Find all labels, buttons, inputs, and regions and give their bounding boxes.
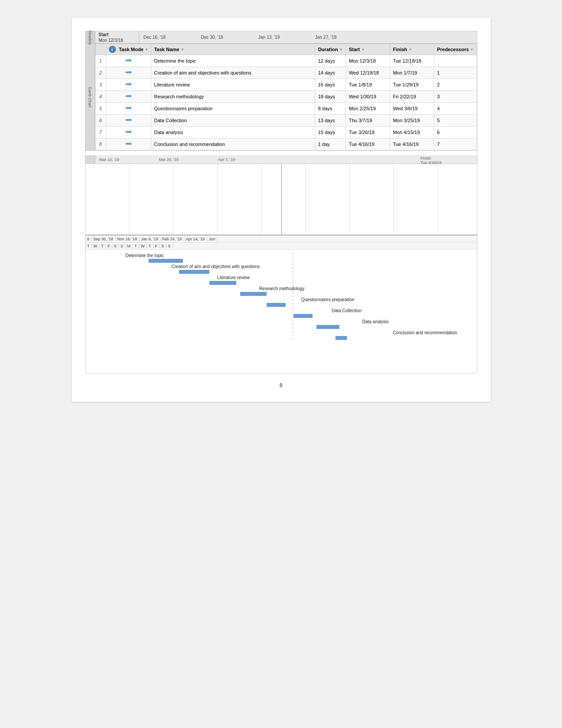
bar-block-3 [240,292,267,296]
gantt-table: i Task Mode ▼ Task Name ▼ [95,44,477,150]
row-num-1: 2 [95,67,106,79]
pred-4: 4 [434,103,476,115]
timeline-vertical-label: Timeline [86,31,95,43]
date-r1-2: Nov 18, '18 [115,237,139,241]
th-pred-label: Predecessors [437,47,469,52]
gantt-outer: Timeline Start Mon 12/3/18 Dec 16, '18 D… [85,31,477,373]
start-4: Mon 2/25/19 [346,103,390,115]
pred-0 [434,55,476,67]
gantt-chart-empty-area [86,164,477,235]
task-mode-icon-2 [106,79,151,91]
date-r2-12: S [166,244,173,248]
task-mode-icon-7 [106,138,151,150]
task-mode-icon-3 [106,91,151,103]
task-name-1: Creation of aim and objectives with ques… [151,67,315,79]
th-finish-label: Finish [393,47,407,52]
pred-5: 5 [434,115,476,127]
th-task-name[interactable]: Task Name ▼ [151,44,315,55]
sort-arrow-duration: ▼ [339,48,343,52]
date-r2-5: S [119,244,126,248]
table-row: 7Data analysis15 daysTue 3/26/19Mon 4/15… [95,127,476,138]
date-row-2: TWTFSSMTWTFSS [86,243,477,250]
bar-row-1: Creation of aim and objectives with ques… [95,264,477,275]
svg-marker-3 [130,71,132,74]
task-name-2: Literature review [151,79,315,91]
row-num-6: 7 [95,127,106,138]
th-start[interactable]: Start ▼ [346,44,390,55]
th-duration[interactable]: Duration ▼ [315,44,346,55]
date-r2-1: W [92,244,100,248]
bar-label-2: Literature review [217,275,250,280]
svg-marker-7 [130,94,132,98]
bar-label-0: Determine the topic [126,253,164,258]
finish-4: Wed 3/6/19 [390,103,434,115]
svg-marker-1 [130,59,132,62]
duration-6: 15 days [315,127,346,138]
th-finish[interactable]: Finish ▼ [390,44,434,55]
table-row: 3Literature review16 daysTue 1/8/19Tue 1… [95,79,476,91]
finish-label: Finish [421,156,431,161]
table-row: 1Determine the topic12 daysMon 12/3/18Tu… [95,55,476,67]
pred-3: 3 [434,91,476,103]
task-mode-icon-5 [106,115,151,127]
bar-label-1: Creation of aim and objectives with ques… [171,264,260,269]
bar-label-4: Questionnaires preparation [301,297,354,302]
th-task-name-label: Task Name [154,47,179,52]
date-r1-4: Feb 24, '19 [160,237,184,241]
table-row: 4Research methodology18 daysWed 1/30/19F… [95,91,476,103]
gantt-bottom-dates: 8 Sep 30, '18 Nov 18, '18 Jan 6, '19 Feb… [86,235,477,250]
page-num-text: 8 [279,382,283,388]
timeline-label-text: Timeline [88,30,92,45]
th-task-mode[interactable]: i Task Mode ▼ [106,44,151,55]
date-r2-8: W [139,244,147,248]
date-r1-6: Jun [207,237,218,241]
task-name-4: Questionnaires preparation [151,103,315,115]
bar-row-7: Conclusion and recommendation [95,330,477,341]
date-row-1: 8 Sep 30, '18 Nov 18, '18 Jan 6, '19 Feb… [86,235,477,243]
bar-row-2: Literature review [95,275,477,286]
start-label: Start [99,32,135,37]
task-name-7: Conclusion and recommendation [151,138,315,150]
gantt-table-section: Gantt Chart i Task Mode ▼ [86,44,477,150]
table-row: 5Questionnaires preparation8 daysMon 2/2… [95,103,476,115]
date-r2-11: S [160,244,166,248]
task-name-3: Research methodology [151,91,315,103]
table-row: 6Data Collection13 daysThu 3/7/19Mon 3/2… [95,115,476,127]
svg-marker-13 [130,130,132,134]
sort-arrow-finish: ▼ [409,48,412,52]
th-predecessors[interactable]: Predecessors ▼ [434,44,476,55]
th-duration-label: Duration [318,47,338,52]
row-num-4: 5 [95,103,106,115]
start-2: Tue 1/8/19 [346,79,390,91]
date-r2-10: F [153,244,160,248]
date-r2-4: S [112,244,119,248]
bar-block-6 [316,325,339,329]
start-6: Tue 3/26/19 [346,127,390,138]
finish-3: Fri 2/22/19 [390,91,434,103]
timeline-date-2: Jan 13, '19 [258,35,280,40]
bar-block-5 [294,314,313,318]
date-r1-5: Apr 14, '19 [184,237,207,241]
duration-3: 18 days [315,91,346,103]
bar-row-3: Research methodology [95,286,477,297]
task-mode-icon-6 [106,127,151,138]
th-start-label: Start [349,47,360,52]
task-name-5: Data Collection [151,115,315,127]
bar-block-1 [179,270,209,274]
row-num-5: 6 [95,115,106,127]
date-r2-2: T [100,244,106,248]
svg-marker-11 [130,118,132,122]
duration-4: 8 days [315,103,346,115]
gantt-sidebar-spacer [86,155,95,164]
start-date: Mon 12/3/18 [99,37,135,43]
date-r1-1: Sep 30, '18 [92,237,115,241]
table-row: 8Conclusion and recommendation1 dayTue 4… [95,138,476,150]
finish-1: Mon 1/7/19 [390,67,434,79]
task-mode-icon-4 [106,103,151,115]
bar-label-5: Data Collection [331,308,361,313]
start-3: Wed 1/30/19 [346,91,390,103]
finish-6: Mon 4/15/19 [390,127,434,138]
date-r2-9: T [147,244,153,248]
duration-2: 16 days [315,79,346,91]
sort-arrow-start: ▼ [361,48,365,52]
